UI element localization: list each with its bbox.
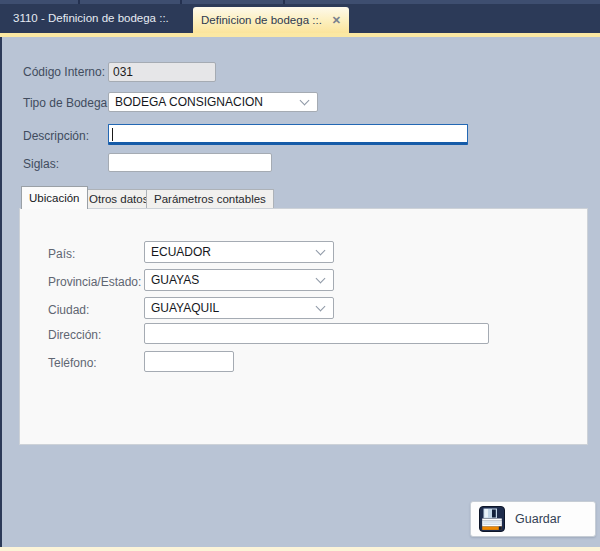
chevron-down-icon bbox=[316, 275, 326, 285]
window-left-border bbox=[0, 37, 2, 551]
provincia-estado-label: Provincia/Estado: bbox=[48, 275, 141, 289]
chevron-down-icon bbox=[316, 303, 326, 313]
chevron-down-icon bbox=[300, 97, 310, 107]
ciudad-select[interactable]: GUAYAQUIL bbox=[144, 297, 334, 319]
telefono-input[interactable] bbox=[144, 351, 234, 372]
provincia-estado-select[interactable]: GUAYAS bbox=[144, 269, 334, 291]
ubicacion-panel: País: ECUADOR Provincia/Estado: GUAYAS C… bbox=[19, 208, 588, 445]
siglas-label: Siglas: bbox=[23, 157, 59, 171]
pais-label: País: bbox=[48, 247, 75, 261]
pais-value: ECUADOR bbox=[151, 245, 316, 259]
tipo-bodega-label: Tipo de Bodega: bbox=[23, 96, 111, 110]
tab-parametros-contables[interactable]: Parámetros contables bbox=[146, 189, 274, 208]
pais-select[interactable]: ECUADOR bbox=[144, 241, 334, 263]
tab-ubicacion-label: Ubicación bbox=[29, 192, 80, 204]
provincia-estado-value: GUAYAS bbox=[151, 273, 316, 287]
tab-document-active[interactable]: Definicion de bodega ::. ✕ bbox=[193, 7, 349, 33]
ciudad-value: GUAYAQUIL bbox=[151, 301, 316, 315]
codigo-interno-label: Código Interno: bbox=[23, 65, 105, 79]
window-tab-bar: 3110 - Definicion de bodega ::. Definici… bbox=[0, 4, 600, 33]
app-window: 3110 - Definicion de bodega ::. Definici… bbox=[0, 0, 600, 551]
descripcion-label: Descripción: bbox=[23, 129, 89, 143]
codigo-interno-field: 031 bbox=[108, 62, 216, 82]
descripcion-input[interactable] bbox=[108, 124, 468, 145]
text-caret bbox=[112, 128, 113, 141]
siglas-input[interactable] bbox=[108, 153, 272, 172]
direccion-label: Dirección: bbox=[48, 328, 101, 342]
tab-parametros-contables-label: Parámetros contables bbox=[154, 193, 266, 205]
tab-document-active-label: Definicion de bodega ::. bbox=[201, 14, 326, 26]
tab-otros-datos-label: Otros datos bbox=[89, 193, 148, 205]
window-bottom-strip bbox=[0, 547, 600, 551]
tipo-bodega-select[interactable]: BODEGA CONSIGNACION bbox=[108, 92, 318, 112]
close-tab-icon[interactable]: ✕ bbox=[332, 14, 341, 27]
active-tab-highlight-strip bbox=[0, 33, 600, 37]
save-button[interactable]: Guardar bbox=[470, 501, 596, 537]
telefono-label: Teléfono: bbox=[48, 356, 97, 370]
tab-ubicacion[interactable]: Ubicación bbox=[21, 186, 88, 209]
direccion-input[interactable] bbox=[144, 323, 489, 344]
chevron-down-icon bbox=[316, 247, 326, 257]
tipo-bodega-value: BODEGA CONSIGNACION bbox=[115, 95, 300, 109]
ciudad-label: Ciudad: bbox=[48, 303, 89, 317]
tab-document-inactive[interactable]: 3110 - Definicion de bodega ::. bbox=[13, 4, 169, 33]
save-button-label: Guardar bbox=[515, 512, 561, 526]
save-floppy-icon bbox=[479, 506, 505, 532]
